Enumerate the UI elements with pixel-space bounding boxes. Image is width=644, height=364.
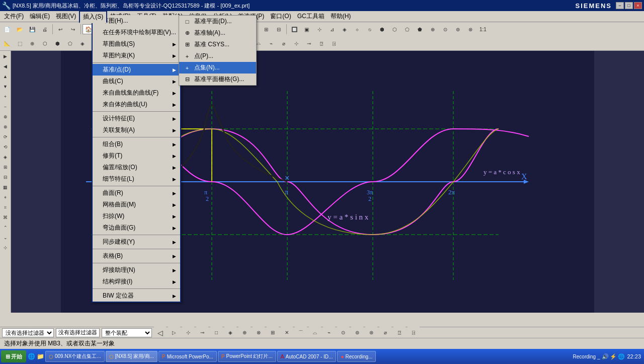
- undo-button[interactable]: ↩: [54, 23, 66, 35]
- save-button[interactable]: 💾: [26, 23, 38, 35]
- menu-item-gc[interactable]: GC工具箱: [294, 11, 328, 22]
- tb-btn-18[interactable]: ◈: [339, 23, 351, 35]
- status-tb-btn-17[interactable]: ⌀: [379, 327, 391, 339]
- insert-menu-item-curves-from-set[interactable]: 来自曲线集的曲线(F): [93, 87, 180, 99]
- tb-btn-21[interactable]: ⬢: [376, 23, 388, 35]
- tb2-btn-2[interactable]: ⬚: [14, 37, 26, 49]
- redo-button[interactable]: ↪: [67, 23, 79, 35]
- menu-item-edit[interactable]: 编辑(E): [27, 11, 53, 22]
- sidebar-btn-4[interactable]: ▼: [1, 82, 10, 91]
- assembly-dropdown[interactable]: 整个装配: [102, 328, 152, 337]
- datum-plane-item[interactable]: □ 基准平面(D)...: [179, 16, 256, 27]
- status-tb-btn-18[interactable]: ⍰: [393, 327, 406, 339]
- sidebar-btn-8[interactable]: ⊗: [1, 122, 10, 131]
- tb2-btn-27[interactable]: ⍈: [328, 37, 340, 49]
- insert-menu-item-surface[interactable]: 曲面(R): [93, 187, 180, 199]
- tb-btn-16[interactable]: ⊹: [313, 23, 326, 35]
- tb2-btn-23[interactable]: ⌀: [278, 37, 290, 49]
- insert-menu-item-sync-modeling[interactable]: 同步建模(Y): [93, 236, 180, 248]
- sidebar-btn-14[interactable]: ▦: [1, 183, 10, 192]
- status-tb-btn-15[interactable]: ⊚: [351, 327, 363, 339]
- tb-btn-28[interactable]: ⊛: [464, 23, 476, 35]
- status-tb-btn-3[interactable]: ⊹: [182, 327, 194, 339]
- insert-menu-item-combine[interactable]: 组合(B): [93, 138, 180, 150]
- insert-menu-item-sketch-env[interactable]: 在任务环境中绘制草图(V)...: [93, 27, 180, 38]
- insert-menu-item-struct-weld[interactable]: 结构焊接(I): [93, 276, 180, 287]
- tb-btn-29[interactable]: 1:1: [477, 23, 489, 35]
- tb-btn-24[interactable]: ⬟: [414, 23, 426, 35]
- sidebar-btn-18[interactable]: ⌃: [1, 223, 10, 232]
- status-tb-btn-12[interactable]: ⌓: [309, 327, 321, 339]
- status-tb-btn-19[interactable]: ⍈: [408, 327, 420, 339]
- sidebar-btn-10[interactable]: ⟲: [1, 142, 10, 152]
- sidebar-btn-6[interactable]: −: [1, 102, 10, 111]
- sidebar-btn-3[interactable]: ▲: [1, 72, 10, 81]
- datum-axis-item[interactable]: ⊕ 基准轴(A)...: [179, 27, 256, 39]
- sidebar-btn-20[interactable]: ⊹: [1, 243, 10, 252]
- insert-menu-item-trim[interactable]: 修剪(T): [93, 150, 180, 162]
- sidebar-btn-13[interactable]: ⊟: [1, 173, 10, 182]
- sidebar-btn-11[interactable]: ◈: [1, 153, 10, 162]
- quick-launch-folder[interactable]: 📁: [36, 352, 44, 360]
- insert-menu-item-mesh-surface[interactable]: 网格曲面(M): [93, 199, 180, 210]
- tb2-btn-6[interactable]: ⬠: [64, 37, 76, 49]
- sidebar-btn-12[interactable]: ⊞: [1, 163, 10, 172]
- minimize-button[interactable]: −: [616, 2, 624, 9]
- insert-menu-item-weld[interactable]: 焊接助理(N): [93, 264, 180, 276]
- status-tb-btn-11[interactable]: ⌒: [295, 327, 307, 339]
- sidebar-btn-17[interactable]: ⌘: [1, 213, 10, 222]
- print-button[interactable]: 🖨: [39, 23, 51, 35]
- taskbar-btn-autocad[interactable]: A AutoCAD 2007 - ID...: [277, 351, 337, 362]
- tb-btn-25[interactable]: ⊕: [427, 23, 439, 35]
- status-tb-btn-8[interactable]: ⊗: [253, 327, 265, 339]
- tb-btn-26[interactable]: ⊙: [439, 23, 451, 35]
- menu-item-insert[interactable]: 插入(S): [79, 11, 107, 23]
- insert-menu-item-detail-features[interactable]: 细节特征(L): [93, 173, 180, 185]
- tb-btn-20[interactable]: ⍉: [364, 23, 376, 35]
- menu-item-help[interactable]: 帮助(H): [328, 11, 354, 22]
- tb2-btn-1[interactable]: 📐: [1, 37, 13, 49]
- tb-btn-17[interactable]: ⊿: [326, 23, 338, 35]
- tb-btn-13[interactable]: ⊟: [273, 23, 285, 35]
- menu-item-file[interactable]: 文件(F): [1, 11, 27, 22]
- insert-menu-item-datum-point[interactable]: 基准/点(D): [93, 64, 180, 76]
- insert-menu-item-assoc-copy[interactable]: 关联复制(A): [93, 124, 180, 136]
- tb-btn-22[interactable]: ⬡: [389, 23, 401, 35]
- status-tb-btn-13[interactable]: ⌁: [323, 327, 335, 339]
- status-tb-btn-5[interactable]: □: [210, 327, 222, 339]
- tb2-btn-24[interactable]: ⊹: [290, 37, 302, 49]
- status-tb-btn-6[interactable]: ◈: [224, 327, 236, 339]
- tb2-btn-5[interactable]: ⬢: [51, 37, 63, 49]
- tb2-btn-4[interactable]: ⬡: [39, 37, 51, 49]
- datum-csys-item[interactable]: ⊞ 基准 CSYS...: [179, 39, 256, 50]
- status-tb-btn-10[interactable]: ✕: [281, 327, 293, 339]
- tb-btn-15[interactable]: ▣: [301, 23, 313, 35]
- taskbar-btn-nx-main[interactable]: ⬡ [NX8.5] 家用/商...: [106, 351, 157, 362]
- taskbar-btn-powerpoint[interactable]: P Microsoft PowerPo...: [158, 351, 217, 362]
- taskbar-btn-recording[interactable]: ● Recording...: [337, 351, 376, 362]
- tb-btn-19[interactable]: ⟐: [351, 23, 363, 35]
- point-set-item[interactable]: + 点集(N)...: [179, 62, 256, 74]
- insert-menu-item-sketch-curves[interactable]: 草图曲线(S): [93, 38, 180, 50]
- insert-menu-item-table[interactable]: 表格(B): [93, 250, 180, 262]
- tb2-btn-7[interactable]: ◈: [76, 37, 89, 49]
- tb-btn-23[interactable]: ⬠: [401, 23, 414, 35]
- insert-menu-item-curves-from-body[interactable]: 来自体的曲线(U): [93, 99, 180, 110]
- insert-menu-item-sweep[interactable]: 扫掠(W): [93, 210, 180, 222]
- point-item[interactable]: + 点(P)...: [179, 50, 256, 62]
- sidebar-btn-19[interactable]: ⌄: [1, 233, 10, 242]
- menu-item-window[interactable]: 窗口(O): [267, 11, 294, 22]
- sidebar-btn-9[interactable]: ⟳: [1, 132, 10, 141]
- tb-btn-27[interactable]: ⊚: [452, 23, 464, 35]
- status-tb-btn-14[interactable]: ⊙: [337, 327, 349, 339]
- insert-menu-item-flange-surface[interactable]: 弯边曲面(G): [93, 222, 180, 234]
- tb-btn-14[interactable]: 🔲: [288, 23, 300, 35]
- status-tb-btn-16[interactable]: ⊛: [365, 327, 377, 339]
- status-tb-btn-1[interactable]: ◁: [154, 327, 166, 339]
- tb2-btn-26[interactable]: ⍰: [315, 37, 328, 49]
- sidebar-btn-7[interactable]: ⊕: [1, 112, 10, 121]
- filter-dropdown[interactable]: 没有选择过滤器: [2, 328, 54, 337]
- status-tb-btn-7[interactable]: ⊕: [238, 327, 251, 339]
- sidebar-btn-15[interactable]: ⌖: [1, 193, 10, 202]
- quick-launch-ie[interactable]: 🌐: [27, 352, 35, 360]
